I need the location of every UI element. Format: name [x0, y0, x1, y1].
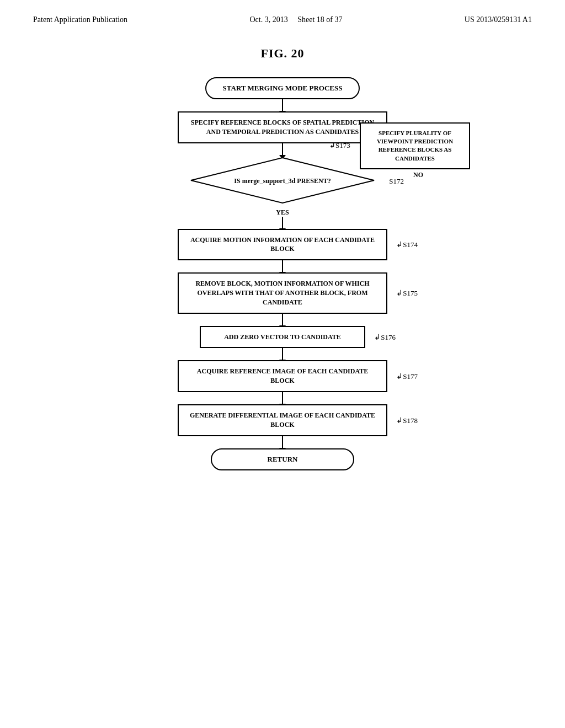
- s172-section: IS merge_support_3d PRESENT? S172 NO SPE…: [89, 156, 476, 217]
- s173-label: ↲S173: [329, 141, 350, 150]
- s175-node: REMOVE BLOCK, MOTION INFORMATION OF WHIC…: [178, 272, 387, 313]
- header-sheet: Sheet 18 of 37: [297, 15, 342, 24]
- no-label: NO: [413, 171, 423, 179]
- s177-node: ACQUIRE REFERENCE IMAGE OF EACH CANDIDAT…: [178, 360, 387, 392]
- s175-box: REMOVE BLOCK, MOTION INFORMATION OF WHIC…: [178, 272, 387, 313]
- s174-node: ACQUIRE MOTION INFORMATION OF EACH CANDI…: [178, 229, 387, 261]
- s171-box: SPECIFY REFERENCE BLOCKS OF SPATIAL PRED…: [178, 111, 387, 143]
- s173-box: SPECIFY PLURALITY OF VIEWPOINT PREDICTIO…: [360, 122, 470, 170]
- header-patent-number: US 2013/0259131 A1: [465, 15, 532, 24]
- arrow-s175-s176: [282, 314, 283, 326]
- s172-diamond-row: IS merge_support_3d PRESENT? S172 NO SPE…: [89, 156, 476, 207]
- header: Patent Application Publication Oct. 3, 2…: [0, 0, 565, 30]
- figure-title: FIG. 20: [0, 46, 565, 61]
- header-date-sheet: Oct. 3, 2013 Sheet 18 of 37: [249, 15, 342, 24]
- s173-text: SPECIFY PLURALITY OF VIEWPOINT PREDICTIO…: [360, 122, 470, 170]
- s172-label: S172: [389, 177, 404, 186]
- s171-node: SPECIFY REFERENCE BLOCKS OF SPATIAL PRED…: [178, 111, 387, 143]
- flowchart: START MERGING MODE PROCESS SPECIFY REFER…: [0, 77, 565, 470]
- start-node: START MERGING MODE PROCESS: [205, 77, 360, 99]
- arrow-s171-s172: [282, 143, 283, 156]
- s174-label: ↲S174: [396, 240, 418, 249]
- return-node: RETURN: [211, 448, 354, 470]
- header-publication: Patent Application Publication: [33, 15, 127, 24]
- s175-label: ↲S175: [396, 288, 418, 298]
- s172-diamond: IS merge_support_3d PRESENT?: [189, 156, 376, 207]
- s174-box: ACQUIRE MOTION INFORMATION OF EACH CANDI…: [178, 229, 387, 261]
- header-date: Oct. 3, 2013: [249, 15, 287, 24]
- s178-node: GENERATE DIFFERENTIAL IMAGE OF EACH CAND…: [178, 404, 387, 436]
- s176-node: ADD ZERO VECTOR TO CANDIDATE ↲S176: [200, 326, 365, 349]
- arrow-s177-s178: [282, 392, 283, 404]
- return-label: RETURN: [211, 448, 354, 470]
- s176-box: ADD ZERO VECTOR TO CANDIDATE: [200, 326, 365, 349]
- arrow-s176-s177: [282, 348, 283, 360]
- arrow-start-s171: [282, 99, 283, 111]
- start-label: START MERGING MODE PROCESS: [205, 77, 360, 99]
- s172-text: IS merge_support_3d PRESENT?: [222, 177, 343, 186]
- arrow-s178-return: [282, 436, 283, 448]
- s178-box: GENERATE DIFFERENTIAL IMAGE OF EACH CAND…: [178, 404, 387, 436]
- arrow-s174-s175: [282, 260, 283, 272]
- arrow-s172-s174: [282, 217, 283, 229]
- s177-label: ↲S177: [396, 372, 418, 381]
- s178-label: ↲S178: [396, 415, 418, 425]
- s176-label: ↲S176: [374, 332, 396, 341]
- yes-label: YES: [276, 208, 289, 217]
- s177-box: ACQUIRE REFERENCE IMAGE OF EACH CANDIDAT…: [178, 360, 387, 392]
